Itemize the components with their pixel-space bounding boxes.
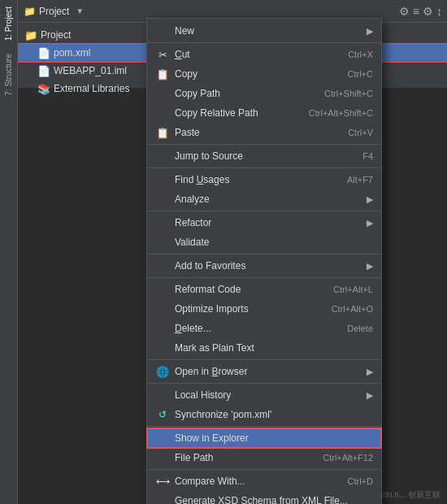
menu-item-jumptosource[interactable]: Jump to Source F4: [147, 146, 381, 166]
menu-item-cut[interactable]: ✂ Cut Ctrl+X: [147, 45, 381, 64]
comparewith-shortcut: Ctrl+D: [348, 476, 373, 486]
topbar-actions: ⚙ ≡ ⚙ ↕: [399, 5, 442, 18]
copy-shortcut: Ctrl+C: [348, 69, 373, 79]
menu-item-showinexplorer[interactable]: Show in Explorer: [147, 428, 381, 448]
menu-label-reformatcode: Reformat Code: [175, 284, 328, 295]
copy-icon: 📋: [155, 68, 170, 80]
menu-label-validate: Validate: [175, 237, 373, 248]
menu-item-reformatcode[interactable]: Reformat Code Ctrl+Alt+L: [147, 280, 381, 299]
webapp-icon: 📄: [37, 65, 50, 77]
comparewith-icon: ⟷: [155, 476, 170, 487]
menu-label-localhistory: Local History: [175, 389, 362, 401]
topbar-config-icon[interactable]: ⚙: [423, 5, 433, 18]
menu-label-generatexsd: Generate XSD Schema from XML File...: [175, 495, 373, 504]
sidebar-tab-structure[interactable]: 7: Structure: [2, 47, 15, 102]
menu-label-showinexplorer: Show in Explorer: [175, 432, 373, 444]
menu-label-delete: Delete...: [175, 323, 342, 334]
localhistory-arrow: ▶: [367, 390, 373, 401]
cut-shortcut: Ctrl+X: [348, 50, 373, 59]
menu-label-comparewith: Compare With...: [175, 476, 343, 487]
separator-3: [147, 167, 381, 168]
topbar-title: Project: [39, 6, 69, 17]
topbar-settings-icon[interactable]: ⚙: [399, 5, 410, 18]
menu-item-openinbrowser[interactable]: 🌐 Open in Browser ▶: [147, 362, 381, 381]
analyze-arrow: ▶: [367, 194, 373, 205]
findusages-shortcut: Alt+F7: [347, 175, 373, 185]
topbar-menu-icon[interactable]: ≡: [413, 5, 419, 18]
paste-shortcut: Ctrl+V: [348, 128, 373, 137]
menu-label-copyrelpath: Copy Relative Path: [175, 107, 304, 119]
separator-6: [147, 277, 381, 278]
menu-label-refactor: Refactor: [175, 217, 362, 228]
menu-item-generatexsd[interactable]: Generate XSD Schema from XML File...: [147, 491, 381, 504]
menu-item-findusages[interactable]: Find Usages Alt+F7: [147, 170, 381, 189]
menu-item-paste[interactable]: 📋 Paste Ctrl+V: [147, 123, 381, 142]
menu-item-delete[interactable]: Delete... Delete: [147, 319, 381, 338]
menu-item-validate[interactable]: Validate: [147, 232, 381, 252]
reformatcode-shortcut: Ctrl+Alt+L: [333, 285, 373, 294]
menu-label-openinbrowser: Open in Browser: [175, 366, 362, 377]
project-folder-icon: 📁: [24, 29, 37, 41]
synchronize-icon: ↺: [155, 409, 170, 420]
menu-label-analyze: Analyze: [175, 193, 362, 205]
separator-10: [147, 469, 381, 470]
separator-2: [147, 144, 381, 145]
menu-item-synchronize[interactable]: ↺ Synchronize 'pom.xml': [147, 405, 381, 424]
tree-item-label: pom.xml: [54, 47, 90, 59]
separator-5: [147, 254, 381, 254]
menu-label-cut: Cut: [175, 49, 343, 60]
optimizeimports-shortcut: Ctrl+Alt+O: [332, 304, 373, 314]
new-arrow: ▶: [367, 26, 373, 37]
tree-item-label: WEBAPP_01.iml: [54, 65, 127, 76]
menu-label-copy: Copy: [175, 68, 343, 80]
openinbrowser-icon: 🌐: [155, 366, 170, 378]
copypath-shortcut: Ctrl+Shift+C: [324, 89, 373, 98]
folder-icon: 📁: [23, 5, 36, 18]
topbar-dropdown-arrow[interactable]: ▼: [76, 7, 84, 15]
menu-item-new[interactable]: New ▶: [147, 21, 381, 41]
separator-7: [147, 359, 381, 360]
menu-label-addtofavorites: Add to Favorites: [175, 260, 362, 272]
menu-item-addtofavorites[interactable]: Add to Favorites ▶: [147, 256, 381, 276]
context-menu: New ▶ ✂ Cut Ctrl+X 📋 Copy Ctrl+C Copy Pa…: [146, 18, 382, 504]
menu-label-markasp: Mark as Plain Text: [175, 342, 373, 354]
extlibs-icon: 📚: [37, 83, 50, 95]
menu-label-paste: Paste: [175, 127, 343, 138]
menu-item-markasp[interactable]: Mark as Plain Text: [147, 338, 381, 358]
menu-label-filepath: File Path: [175, 452, 318, 463]
separator-1: [147, 42, 381, 43]
separator-9: [147, 426, 381, 427]
paste-icon: 📋: [155, 127, 170, 139]
pomxml-icon: 📄: [37, 47, 50, 59]
topbar-sort-icon[interactable]: ↕: [436, 5, 442, 18]
refactor-arrow: ▶: [367, 218, 373, 228]
menu-item-comparewith[interactable]: ⟷ Compare With... Ctrl+D: [147, 471, 381, 491]
menu-label-optimizeimports: Optimize Imports: [175, 303, 327, 315]
sidebar-tab-project[interactable]: 1: Project: [2, 0, 15, 47]
delete-shortcut: Delete: [347, 324, 373, 333]
separator-4: [147, 211, 381, 211]
menu-label-findusages: Find Usages: [175, 174, 342, 185]
menu-item-optimizeimports[interactable]: Optimize Imports Ctrl+Alt+O: [147, 299, 381, 319]
jumptosource-shortcut: F4: [362, 151, 373, 161]
cut-icon: ✂: [155, 49, 170, 61]
addtofav-arrow: ▶: [367, 261, 373, 272]
copyrelpath-shortcut: Ctrl+Alt+Shift+C: [309, 108, 373, 118]
menu-label-jumptosource: Jump to Source: [175, 150, 358, 162]
separator-8: [147, 383, 381, 384]
menu-item-copyrelpath[interactable]: Copy Relative Path Ctrl+Alt+Shift+C: [147, 103, 381, 123]
tree-item-label: Project: [41, 29, 71, 41]
menu-label-synchronize: Synchronize 'pom.xml': [175, 409, 373, 420]
menu-label-copypath: Copy Path: [175, 88, 319, 99]
menu-item-copypath[interactable]: Copy Path Ctrl+Shift+C: [147, 84, 381, 103]
menu-item-analyze[interactable]: Analyze ▶: [147, 189, 381, 209]
openinbrowser-arrow: ▶: [367, 367, 373, 377]
menu-item-copy[interactable]: 📋 Copy Ctrl+C: [147, 64, 381, 84]
filepath-shortcut: Ctrl+Alt+F12: [323, 453, 373, 463]
menu-item-localhistory[interactable]: Local History ▶: [147, 385, 381, 405]
tree-item-label: External Libraries: [54, 83, 129, 94]
menu-label-new: New: [175, 25, 362, 37]
menu-item-filepath[interactable]: File Path Ctrl+Alt+F12: [147, 448, 381, 467]
ide-sidebar: 1: Project 7: Structure: [0, 0, 18, 504]
menu-item-refactor[interactable]: Refactor ▶: [147, 213, 381, 232]
